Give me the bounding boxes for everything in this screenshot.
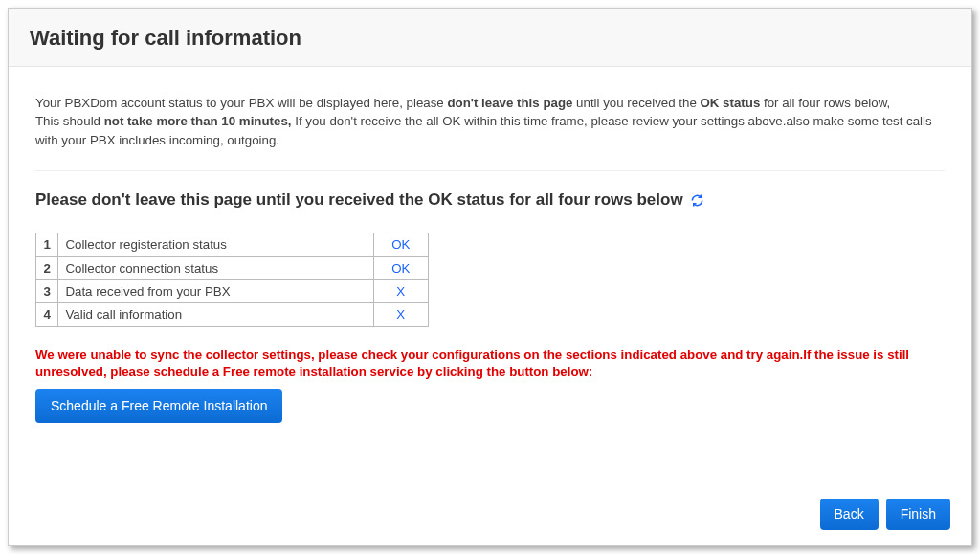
intro-text: Your PBXDom account status to your PBX w… — [35, 94, 945, 171]
modal-body[interactable]: Your PBXDom account status to your PBX w… — [9, 67, 971, 489]
intro-text-fragment: This should — [35, 114, 104, 128]
status-heading-text: Please don't leave this page until you r… — [35, 190, 683, 209]
status-heading: Please don't leave this page until you r… — [35, 188, 945, 212]
row-number: 1 — [36, 233, 58, 256]
row-status: X — [373, 303, 428, 326]
page-title: Waiting for call information — [30, 26, 950, 51]
intro-bold: OK status — [700, 96, 760, 110]
intro-text-fragment: until you received the — [572, 96, 700, 110]
modal-dialog: Waiting for call information Your PBXDom… — [8, 8, 972, 546]
refresh-icon[interactable] — [690, 193, 704, 208]
row-status: X — [373, 279, 428, 302]
intro-text-fragment: for all four rows below, — [760, 96, 890, 110]
schedule-remote-install-button[interactable]: Schedule a Free Remote Installation — [35, 389, 282, 423]
intro-text-fragment: Your PBXDom account status to your PBX w… — [35, 96, 447, 110]
modal-header: Waiting for call information — [9, 9, 971, 67]
row-label: Collector registeration status — [58, 233, 373, 256]
row-number: 4 — [36, 303, 58, 326]
table-row: 3 Data received from your PBX X — [36, 279, 429, 302]
intro-bold: not take more than 10 minutes, — [104, 114, 292, 128]
row-status: OK — [373, 233, 428, 256]
row-status: OK — [373, 256, 428, 279]
row-label: Valid call information — [58, 303, 373, 326]
row-number: 3 — [36, 279, 58, 302]
status-table: 1 Collector registeration status OK 2 Co… — [35, 233, 429, 326]
back-button[interactable]: Back — [820, 499, 879, 530]
modal-footer: Back Finish — [9, 489, 971, 545]
error-message: We were unable to sync the collector set… — [35, 346, 945, 382]
table-row: 1 Collector registeration status OK — [36, 233, 429, 256]
finish-button[interactable]: Finish — [886, 499, 950, 530]
row-label: Data received from your PBX — [58, 279, 373, 302]
row-number: 2 — [36, 256, 58, 279]
table-row: 4 Valid call information X — [36, 303, 429, 326]
table-row: 2 Collector connection status OK — [36, 256, 429, 279]
intro-bold: don't leave this page — [447, 96, 572, 110]
row-label: Collector connection status — [58, 256, 373, 279]
